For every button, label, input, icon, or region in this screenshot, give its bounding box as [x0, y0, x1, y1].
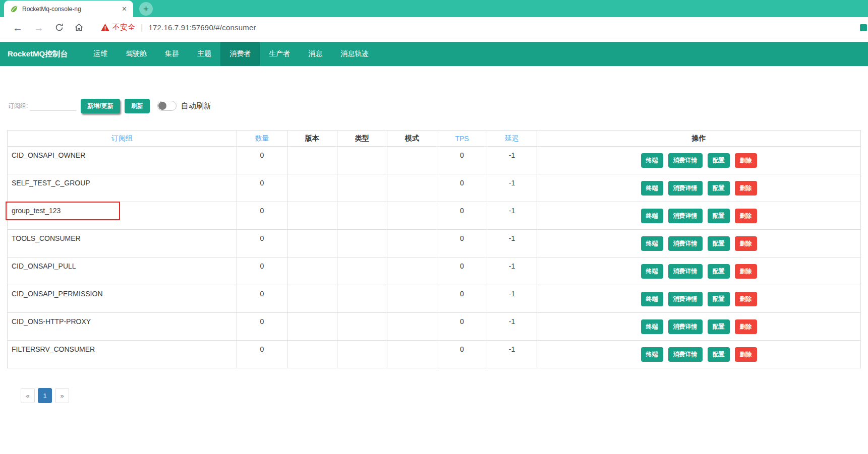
omnibox[interactable]: 不安全 | 172.16.7.91:57690/#/consumer [101, 23, 256, 33]
mode-cell [387, 341, 437, 368]
config-button[interactable]: 配置 [708, 153, 730, 168]
type-cell [337, 341, 387, 368]
consumer-group-name: CID_ONSAPI_PERMISSION [12, 290, 103, 298]
browser-chrome: RocketMq-console-ng × + ← → 不安全 | 172.16… [0, 0, 868, 38]
browser-tab[interactable]: RocketMq-console-ng × [4, 1, 133, 17]
new-tab-button[interactable]: + [139, 2, 153, 16]
pagination-page-1-button[interactable]: 1 [38, 388, 52, 403]
not-secure-label: 不安全 [112, 23, 135, 32]
config-button[interactable]: 配置 [708, 347, 730, 362]
consume-detail-button[interactable]: 消费详情 [668, 153, 703, 168]
operations-cell: 终端消费详情配置删除 [537, 313, 861, 341]
mode-cell [387, 313, 437, 341]
column-header-tps[interactable]: TPS [437, 131, 487, 147]
quantity-cell: 0 [237, 341, 287, 368]
consume-detail-button[interactable]: 消费详情 [668, 209, 703, 223]
reload-icon[interactable] [54, 23, 64, 32]
client-button[interactable]: 终端 [641, 292, 663, 306]
warning-triangle-icon [101, 24, 109, 31]
table-row: SELF_TEST_C_GROUP00-1终端消费详情配置删除 [8, 174, 861, 202]
column-header-delay[interactable]: 延迟 [487, 131, 537, 147]
nav-item-message[interactable]: 消息 [299, 42, 331, 66]
quantity-cell: 0 [237, 147, 287, 174]
brand-rocketmq-console[interactable]: RocketMQ控制台 [0, 42, 75, 66]
delay-cell: -1 [487, 341, 537, 368]
type-cell [337, 147, 387, 174]
consume-detail-button[interactable]: 消费详情 [668, 319, 703, 334]
consume-detail-button[interactable]: 消费详情 [668, 347, 703, 362]
delete-button[interactable]: 删除 [735, 319, 757, 334]
url-separator: | [141, 23, 143, 33]
pagination-next-button[interactable]: » [55, 388, 69, 403]
nav-item-ops[interactable]: 运维 [84, 42, 117, 66]
column-header-subscription-group[interactable]: 订阅组 [8, 131, 237, 147]
subscription-group-cell: CID_ONSAPI_PERMISSION [8, 285, 237, 313]
auto-refresh-label: 自动刷新 [181, 101, 211, 111]
config-button[interactable]: 配置 [708, 292, 730, 306]
pagination-prev-button[interactable]: « [21, 388, 35, 403]
nav-item-producer[interactable]: 生产者 [260, 42, 299, 66]
nav-item-dashboard[interactable]: 驾驶舱 [117, 42, 156, 66]
subscription-group-cell: TOOLS_CONSUMER [8, 230, 237, 257]
delete-button[interactable]: 删除 [735, 236, 757, 251]
add-update-button[interactable]: 新增/更新 [81, 99, 120, 113]
version-cell [287, 285, 337, 313]
delete-button[interactable]: 删除 [735, 209, 757, 223]
consumer-group-name: TOOLS_CONSUMER [12, 234, 81, 242]
subscription-group-cell: CID_ONS-HTTP-PROXY [8, 313, 237, 341]
back-icon[interactable]: ← [13, 23, 23, 33]
delete-button[interactable]: 删除 [735, 292, 757, 306]
subscription-group-label: 订阅组: [8, 102, 28, 110]
client-button[interactable]: 终端 [641, 319, 663, 334]
column-header-version: 版本 [287, 131, 337, 147]
nav-item-topic[interactable]: 主题 [188, 42, 220, 66]
client-button[interactable]: 终端 [641, 347, 663, 362]
consume-detail-button[interactable]: 消费详情 [668, 181, 703, 196]
client-button[interactable]: 终端 [641, 209, 663, 223]
version-cell [287, 147, 337, 174]
tab-close-icon[interactable]: × [120, 5, 129, 13]
version-cell [287, 341, 337, 368]
config-button[interactable]: 配置 [708, 236, 730, 251]
consume-detail-button[interactable]: 消费详情 [668, 236, 703, 251]
column-header-mode: 模式 [387, 131, 437, 147]
column-header-quantity[interactable]: 数量 [237, 131, 287, 147]
config-button[interactable]: 配置 [708, 264, 730, 279]
config-button[interactable]: 配置 [708, 181, 730, 196]
consume-detail-button[interactable]: 消费详情 [668, 292, 703, 306]
delete-button[interactable]: 删除 [735, 264, 757, 279]
version-cell [287, 230, 337, 257]
nav-item-consumer[interactable]: 消费者 [220, 42, 260, 66]
url-text[interactable]: 172.16.7.91:57690/#/consumer [148, 23, 256, 32]
tps-cell: 0 [437, 230, 487, 257]
client-button[interactable]: 终端 [641, 264, 663, 279]
client-button[interactable]: 终端 [641, 181, 663, 196]
client-button[interactable]: 终端 [641, 153, 663, 168]
table-row: CID_ONSAPI_PULL00-1终端消费详情配置删除 [8, 257, 861, 285]
config-button[interactable]: 配置 [708, 319, 730, 334]
delete-button[interactable]: 删除 [735, 181, 757, 196]
client-button[interactable]: 终端 [641, 236, 663, 251]
nav-menu: 运维驾驶舱集群主题消费者生产者消息消息轨迹 [84, 42, 378, 66]
table-header-row: 订阅组数量版本类型模式TPS延迟操作 [8, 131, 861, 147]
table-row: CID_ONSAPI_PERMISSION00-1终端消费详情配置删除 [8, 285, 861, 313]
version-cell [287, 257, 337, 285]
auto-refresh-toggle[interactable] [157, 101, 177, 111]
consume-detail-button[interactable]: 消费详情 [668, 264, 703, 279]
config-button[interactable]: 配置 [708, 209, 730, 223]
home-icon[interactable] [74, 23, 84, 32]
refresh-button[interactable]: 刷新 [125, 99, 150, 113]
operations-cell: 终端消费详情配置删除 [537, 285, 861, 313]
mode-cell [387, 174, 437, 202]
delete-button[interactable]: 删除 [735, 153, 757, 168]
nav-item-message-trace[interactable]: 消息轨迹 [331, 42, 378, 66]
nav-item-cluster[interactable]: 集群 [156, 42, 188, 66]
forward-icon[interactable]: → [34, 23, 44, 33]
mode-cell [387, 202, 437, 230]
delete-button[interactable]: 删除 [735, 347, 757, 362]
extension-icon[interactable] [860, 24, 867, 31]
subscription-group-input[interactable] [30, 101, 76, 111]
security-warning[interactable]: 不安全 [101, 23, 135, 32]
operations-cell: 终端消费详情配置删除 [537, 230, 861, 257]
address-bar: ← → 不安全 | 172.16.7.91:57690/#/consumer [0, 17, 868, 38]
